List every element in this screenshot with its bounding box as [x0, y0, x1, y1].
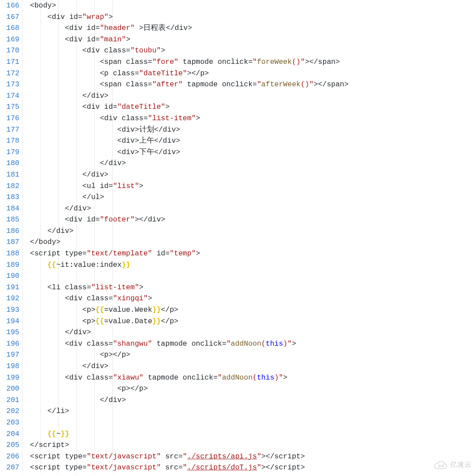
line-number-gutter: 1661671681691701711721731741751761771781…: [0, 0, 22, 473]
code-line[interactable]: <p>{{=value.Week}}</p>: [30, 304, 476, 316]
line-number: 182: [0, 181, 19, 192]
code-line[interactable]: <div id="dateTitle">: [30, 101, 476, 113]
code-line[interactable]: <ul id="list">: [30, 181, 476, 192]
line-number: 198: [0, 361, 19, 372]
code-editor: 1661671681691701711721731741751761771781…: [0, 0, 476, 473]
code-line[interactable]: </div>: [30, 225, 476, 237]
line-number: 202: [0, 406, 19, 417]
line-number: 173: [0, 79, 19, 90]
line-number: 186: [0, 225, 19, 237]
code-line[interactable]: <p></p>: [30, 349, 476, 361]
code-line[interactable]: [30, 417, 476, 428]
line-number: 203: [0, 417, 19, 428]
watermark: 亿速云: [433, 459, 472, 471]
code-line[interactable]: {{~it:value:index}}: [30, 259, 476, 271]
line-number: 192: [0, 293, 19, 304]
line-number: 172: [0, 68, 19, 79]
line-number: 179: [0, 147, 19, 158]
line-number: 181: [0, 169, 19, 181]
code-line[interactable]: </script>: [30, 439, 476, 451]
line-number: 180: [0, 158, 19, 169]
line-number: 204: [0, 428, 19, 440]
code-line[interactable]: <div class="list-item">: [30, 113, 476, 124]
code-line[interactable]: [30, 270, 476, 282]
code-line[interactable]: </div>: [30, 90, 476, 102]
line-number: 185: [0, 214, 19, 225]
line-number: 187: [0, 236, 19, 248]
line-number: 201: [0, 395, 19, 406]
line-number: 178: [0, 135, 19, 147]
code-line[interactable]: <div class="xiawu" tapmode onclick="addN…: [30, 372, 476, 384]
code-line[interactable]: </ul>: [30, 192, 476, 203]
line-number: 196: [0, 338, 19, 350]
line-number: 175: [0, 101, 19, 113]
line-number: 195: [0, 327, 19, 338]
code-line[interactable]: <script type="text/javascript" src="./sc…: [30, 462, 476, 473]
line-number: 170: [0, 45, 19, 56]
line-number: 183: [0, 192, 19, 203]
code-line[interactable]: </div>: [30, 158, 476, 169]
line-number: 206: [0, 451, 19, 462]
code-line[interactable]: <li class="list-item">: [30, 282, 476, 293]
watermark-text: 亿速云: [450, 461, 472, 469]
code-line[interactable]: <div id="wrap">: [30, 11, 476, 23]
line-number: 190: [0, 270, 19, 282]
code-line[interactable]: <div id="header" >日程表</div>: [30, 22, 476, 34]
code-line[interactable]: <p>{{=value.Date}}</p>: [30, 316, 476, 327]
code-line[interactable]: <span class="fore" tapmode onclick="fore…: [30, 56, 476, 68]
code-area[interactable]: <body> <div id="wrap"> <div id="header" …: [22, 0, 476, 473]
code-line[interactable]: </div>: [30, 395, 476, 406]
code-line[interactable]: <div class="shangwu" tapmode onclick="ad…: [30, 338, 476, 350]
line-number: 191: [0, 282, 19, 293]
code-line[interactable]: <div>计划</div>: [30, 124, 476, 136]
code-line[interactable]: </div>: [30, 203, 476, 214]
line-number: 189: [0, 259, 19, 271]
line-number: 193: [0, 304, 19, 316]
code-line[interactable]: <span class="after" tapmode onclick="aft…: [30, 79, 476, 90]
line-number: 207: [0, 462, 19, 473]
code-line[interactable]: <p></p>: [30, 383, 476, 395]
line-number: 167: [0, 11, 19, 23]
code-line[interactable]: <div id="footer"></div>: [30, 214, 476, 225]
cloud-icon: [433, 459, 448, 471]
line-number: 200: [0, 383, 19, 395]
line-number: 197: [0, 349, 19, 361]
line-number: 171: [0, 56, 19, 68]
line-number: 177: [0, 124, 19, 136]
line-number: 194: [0, 316, 19, 327]
code-line[interactable]: <p class="dateTitle"></p>: [30, 68, 476, 79]
line-number: 205: [0, 439, 19, 451]
code-line[interactable]: <div class="xingqi">: [30, 293, 476, 304]
code-line[interactable]: </body>: [30, 236, 476, 248]
line-number: 199: [0, 372, 19, 384]
line-number: 188: [0, 248, 19, 259]
code-line[interactable]: <div>下午</div>: [30, 147, 476, 158]
line-number: 184: [0, 203, 19, 214]
code-line[interactable]: <body>: [30, 0, 476, 11]
code-line[interactable]: </div>: [30, 169, 476, 181]
code-line[interactable]: <div>上午</div>: [30, 135, 476, 147]
code-line[interactable]: <script type="text/javascript" src="./sc…: [30, 451, 476, 462]
code-line[interactable]: </li>: [30, 406, 476, 417]
code-line[interactable]: <div id="main">: [30, 34, 476, 45]
svg-point-0: [439, 465, 440, 467]
code-line[interactable]: </div>: [30, 327, 476, 338]
code-line[interactable]: {{~}}: [30, 428, 476, 440]
line-number: 168: [0, 22, 19, 34]
code-line[interactable]: </div>: [30, 361, 476, 372]
code-line[interactable]: <div class="toubu">: [30, 45, 476, 56]
line-number: 176: [0, 113, 19, 124]
line-number: 174: [0, 90, 19, 102]
line-number: 169: [0, 34, 19, 45]
code-line[interactable]: <script type="text/template" id="temp">: [30, 248, 476, 259]
svg-point-1: [442, 465, 443, 467]
line-number: 166: [0, 0, 19, 11]
